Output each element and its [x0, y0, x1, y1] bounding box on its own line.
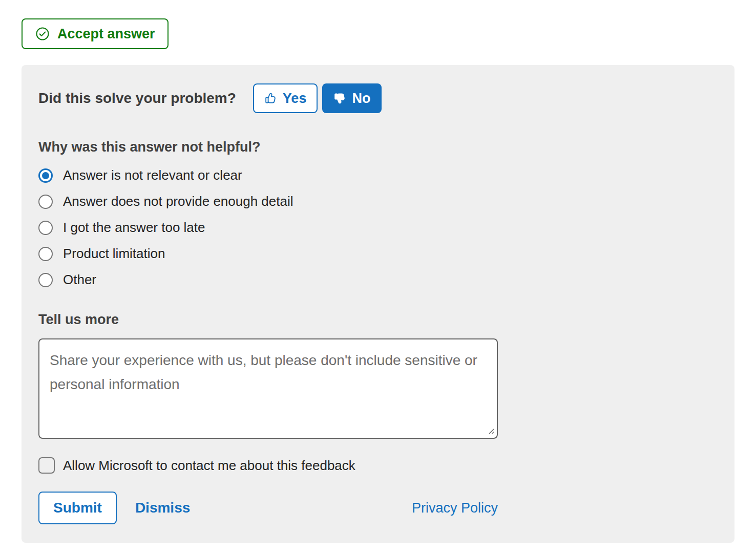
radio-icon[interactable] [38, 273, 53, 287]
radio-icon[interactable] [38, 221, 53, 235]
radio-option-label: Product limitation [63, 246, 165, 262]
feedback-panel: Did this solve your problem? Yes [22, 65, 734, 543]
submit-button[interactable]: Submit [38, 492, 117, 524]
radio-option-label: Other [63, 272, 96, 288]
checkbox-icon[interactable] [38, 457, 55, 474]
feedback-textarea[interactable] [38, 338, 498, 439]
radio-option-other[interactable]: Other [38, 267, 96, 293]
reason-radio-group: Answer is not relevant or clear Answer d… [38, 162, 718, 293]
accept-answer-button[interactable]: Accept answer [22, 18, 169, 49]
actions-left: Submit Dismiss [38, 492, 190, 524]
reason-heading: Why was this answer not helpful? [38, 138, 718, 156]
page: Accept answer Did this solve your proble… [0, 0, 756, 543]
accept-answer-label: Accept answer [57, 26, 155, 42]
radio-option-not-enough-detail[interactable]: Answer does not provide enough detail [38, 188, 293, 215]
actions-row: Submit Dismiss Privacy Policy [38, 492, 498, 524]
yes-button[interactable]: Yes [253, 83, 318, 113]
contact-checkbox-label: Allow Microsoft to contact me about this… [63, 458, 355, 474]
no-button[interactable]: No [322, 83, 382, 113]
thumbs-down-icon [333, 92, 347, 105]
thumbs-up-icon [264, 92, 278, 105]
question-label: Did this solve your problem? [38, 90, 236, 106]
yes-button-label: Yes [283, 91, 307, 106]
radio-icon[interactable] [38, 195, 53, 209]
radio-option-label: Answer does not provide enough detail [63, 194, 293, 209]
radio-option-product-limitation[interactable]: Product limitation [38, 241, 165, 267]
question-row: Did this solve your problem? Yes [38, 83, 718, 113]
contact-checkbox-row[interactable]: Allow Microsoft to contact me about this… [38, 457, 355, 474]
tell-us-more-label: Tell us more [38, 311, 718, 328]
radio-option-not-relevant[interactable]: Answer is not relevant or clear [38, 162, 242, 188]
radio-option-label: Answer is not relevant or clear [63, 167, 242, 183]
no-button-label: No [352, 91, 370, 106]
radio-icon[interactable] [38, 247, 53, 261]
resize-handle-icon[interactable] [487, 427, 495, 437]
radio-option-too-late[interactable]: I got the answer too late [38, 215, 205, 241]
textarea-wrapper [38, 338, 498, 441]
checkmark-circle-icon [35, 26, 50, 41]
radio-icon[interactable] [38, 168, 53, 183]
radio-option-label: I got the answer too late [63, 220, 205, 236]
privacy-policy-link[interactable]: Privacy Policy [412, 500, 498, 516]
dismiss-link[interactable]: Dismiss [135, 500, 190, 516]
